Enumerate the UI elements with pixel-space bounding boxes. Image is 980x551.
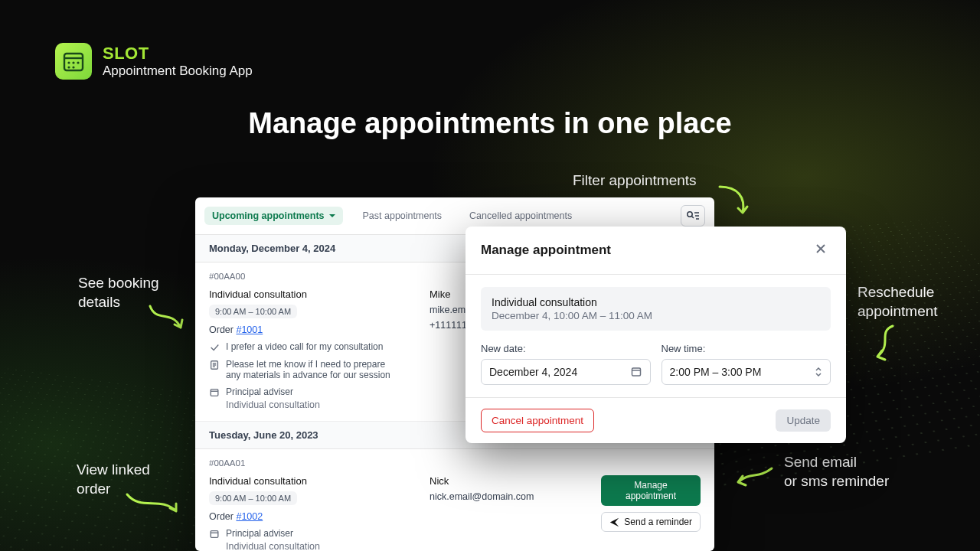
order-link[interactable]: #1001 <box>236 324 263 335</box>
brand-logo <box>55 43 92 80</box>
adviser-row: Principal adviser <box>209 386 416 398</box>
summary-datetime: December 4, 10:00 AM – 11:00 AM <box>492 310 820 321</box>
svg-point-5 <box>72 66 74 68</box>
brand-name: SLOT <box>103 44 253 64</box>
callout-linked-order: View linkedorder <box>77 461 150 498</box>
manage-appointment-button[interactable]: Manage appointment <box>601 475 701 506</box>
callout-filter: Filter appointments <box>573 171 697 191</box>
new-date-label: New date: <box>481 343 651 354</box>
manage-appointment-modal: Manage appointment Individual consultati… <box>466 227 846 443</box>
calendar-icon <box>630 366 642 378</box>
appointment-title: Individual consultation <box>209 475 416 487</box>
send-reminder-button[interactable]: Send a reminder <box>601 512 701 532</box>
new-time-select[interactable]: 2:00 PM – 3:00 PM <box>662 359 831 385</box>
order-label: Order <box>209 511 234 522</box>
brand-header: SLOT Appointment Booking App <box>55 43 253 80</box>
update-button[interactable]: Update <box>776 409 831 432</box>
order-label: Order <box>209 324 234 335</box>
close-icon <box>814 242 828 256</box>
note-row: Please let me know if I need to preparea… <box>209 359 416 380</box>
svg-point-3 <box>72 61 74 64</box>
order-link[interactable]: #1002 <box>236 511 263 522</box>
svg-line-8 <box>692 217 694 219</box>
appointment-summary: Individual consultation December 4, 10:0… <box>481 287 831 331</box>
tab-cancelled[interactable]: Cancelled appointments <box>462 207 580 225</box>
calendar-icon <box>209 529 220 540</box>
appointment-code: #00AA01 <box>209 458 701 468</box>
modal-title: Manage appointment <box>481 243 611 258</box>
select-arrows-icon <box>815 367 822 377</box>
note-icon <box>209 360 220 370</box>
page-title: Manage appointments in one place <box>0 107 980 140</box>
new-date-input[interactable]: December 4, 2024 <box>481 359 651 385</box>
tab-upcoming[interactable]: Upcoming appointments <box>204 207 343 225</box>
contact-name: Nick <box>430 475 587 487</box>
send-icon <box>609 517 619 527</box>
cancel-appointment-button[interactable]: Cancel appointment <box>481 409 594 432</box>
calendar-icon <box>209 387 220 398</box>
appointment-time: 9:00 AM – 10:00 AM <box>209 491 297 505</box>
summary-title: Individual consultation <box>492 296 820 308</box>
svg-point-4 <box>67 66 70 68</box>
tab-past[interactable]: Past appointments <box>355 207 450 225</box>
brand-subtitle: Appointment Booking App <box>103 64 253 79</box>
svg-point-6 <box>77 61 79 64</box>
callout-reminder: Send emailor sms reminder <box>784 453 889 491</box>
check-icon <box>209 342 220 353</box>
callout-reschedule: Rescheduleappointment <box>858 283 938 321</box>
svg-rect-16 <box>211 390 218 396</box>
svg-point-2 <box>67 61 70 64</box>
arrow-icon <box>867 321 905 370</box>
search-filter-icon <box>686 210 700 221</box>
adviser-row: Principal adviser <box>209 528 416 540</box>
appointment-row: #00AA01 Individual consultation 9:00 AM … <box>195 449 714 551</box>
adviser-sub: Individual consultation <box>226 541 416 551</box>
callout-details: See bookingdetails <box>78 274 159 311</box>
adviser-sub: Individual consultation <box>226 399 416 410</box>
svg-rect-22 <box>632 368 640 376</box>
preference-row: I prefer a video call for my consultatio… <box>209 341 416 353</box>
svg-point-7 <box>688 212 692 217</box>
appointment-title: Individual consultation <box>209 289 416 300</box>
arrow-icon <box>732 464 778 497</box>
contact-email: nick.email@domain.com <box>430 491 587 502</box>
new-time-label: New time: <box>662 343 831 354</box>
appointment-time: 9:00 AM – 10:00 AM <box>209 305 297 318</box>
arrow-icon <box>715 182 753 223</box>
search-filter-button[interactable] <box>681 205 705 227</box>
calendar-icon <box>61 49 86 73</box>
svg-rect-18 <box>211 531 218 538</box>
close-button[interactable] <box>811 239 831 262</box>
